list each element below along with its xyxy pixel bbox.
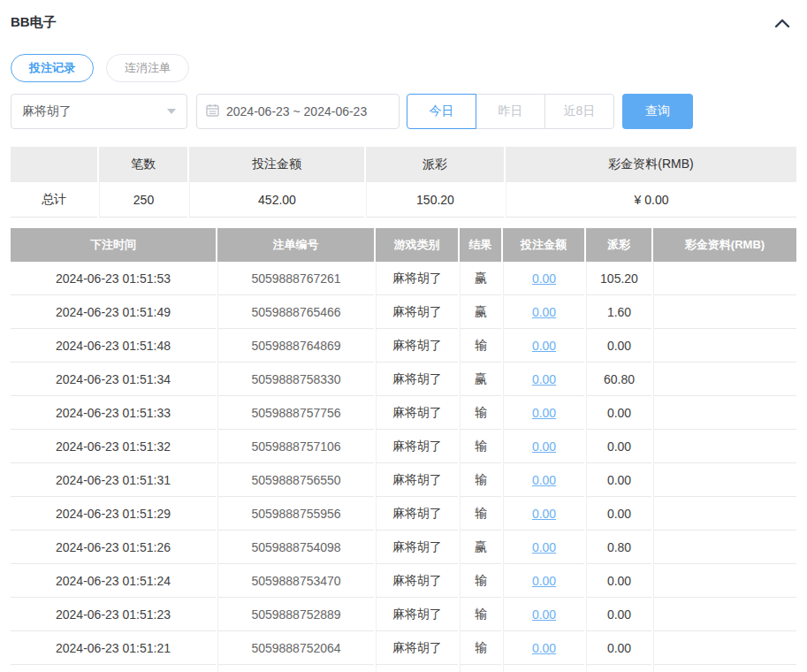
betting-records-panel: BB电子 投注记录 连消注单 麻将胡了 2024-06-23 ~ 2024-06… <box>0 0 807 672</box>
summary-total-bonus: ¥ 0.00 <box>506 182 796 218</box>
bonus-cell <box>653 329 796 363</box>
bet-amount-link[interactable]: 0.00 <box>532 406 556 420</box>
summary-table: 笔数 投注金额 派彩 彩金资料(RMB) 总计 250 452.00 150.2… <box>9 147 798 218</box>
result-cell: 赢 <box>460 531 501 564</box>
record-row: 2024-06-23 01:51:235059888752889麻将胡了输0.0… <box>11 598 796 631</box>
bet-amount-link[interactable]: 0.00 <box>532 305 556 319</box>
result-cell: 输 <box>460 329 501 363</box>
payout-cell: 0.00 <box>586 497 651 531</box>
bet-amount-cell: 0.00 <box>503 295 584 329</box>
game-type-cell: 麻将胡了 <box>376 295 458 329</box>
game-select-value: 麻将胡了 <box>22 103 72 119</box>
bet-amount-link[interactable]: 0.00 <box>532 540 556 554</box>
panel-header: BB电子 <box>9 11 798 31</box>
bet-amount-cell: 0.00 <box>503 497 584 531</box>
filter-row: 麻将胡了 2024-06-23 ~ 2024-06-23 今日 昨日 近8日 查… <box>9 94 798 129</box>
game-type-cell: 麻将胡了 <box>376 598 458 631</box>
bonus-cell <box>653 463 796 497</box>
quick-range-last8days[interactable]: 近8日 <box>544 94 614 129</box>
bet-amount-link[interactable]: 0.00 <box>532 372 556 386</box>
bet-amount-cell: 0.00 <box>503 262 584 295</box>
order-number-cell: 5059888757756 <box>217 396 374 430</box>
quick-range-yesterday[interactable]: 昨日 <box>476 94 545 129</box>
payout-cell: 60.80 <box>586 363 651 396</box>
summary-header-bet-amount: 投注金额 <box>189 147 364 182</box>
result-cell: 输 <box>460 396 501 430</box>
record-row: 2024-06-23 01:51:265059888754098麻将胡了赢0.0… <box>11 531 796 564</box>
bet-amount-cell: 0.00 <box>503 564 584 598</box>
chevron-up-icon <box>773 17 791 32</box>
game-select[interactable]: 麻将胡了 <box>11 94 187 129</box>
payout-cell: 0.00 <box>586 329 651 363</box>
summary-total-label: 总计 <box>11 182 97 218</box>
panel-title: BB电子 <box>11 14 57 31</box>
payout-cell: 0.00 <box>586 430 651 463</box>
records-table: 下注时间 注单编号 游戏类别 结果 投注金额 派彩 彩金资料(RMB) 2024… <box>9 228 798 672</box>
bet-time-cell: 2024-06-23 01:51:49 <box>11 295 216 329</box>
order-number-cell: 5059888757106 <box>217 430 374 463</box>
game-type-cell: 麻将胡了 <box>376 430 458 463</box>
bet-amount-link[interactable]: 0.00 <box>532 473 556 487</box>
bet-amount-link[interactable]: 0.00 <box>532 339 556 353</box>
tab-cancelled-orders[interactable]: 连消注单 <box>106 54 189 82</box>
game-type-cell: 麻将胡了 <box>376 463 458 497</box>
summary-header-payout: 派彩 <box>366 147 504 182</box>
collapse-panel-button[interactable] <box>773 17 791 29</box>
payout-cell: 0.00 <box>586 631 651 665</box>
tab-betting-records[interactable]: 投注记录 <box>11 54 94 82</box>
record-row: 2024-06-23 01:51:245059888753470麻将胡了输0.0… <box>11 564 796 598</box>
bonus-cell <box>653 363 796 396</box>
summary-total-row: 总计 250 452.00 150.20 ¥ 0.00 <box>11 182 796 218</box>
bet-amount-cell: 0.00 <box>503 598 584 631</box>
payout-cell: 1.60 <box>586 295 651 329</box>
result-cell: 赢 <box>460 295 501 329</box>
game-type-cell: 麻将胡了 <box>376 497 458 531</box>
record-row: 2024-06-23 01:51:315059888756550麻将胡了输0.0… <box>11 463 796 497</box>
bet-amount-link[interactable]: 0.00 <box>532 607 556 622</box>
quick-range-group: 今日 昨日 近8日 <box>407 94 614 129</box>
records-header-result: 结果 <box>460 228 501 262</box>
summary-header-row: 笔数 投注金额 派彩 彩金资料(RMB) <box>11 147 796 182</box>
summary-header-blank <box>11 147 97 182</box>
bonus-cell <box>653 430 796 463</box>
search-button[interactable]: 查询 <box>622 94 693 129</box>
result-cell: 赢 <box>460 262 501 295</box>
record-row: 2024-06-23 01:51:215059888752064麻将胡了输0.0… <box>11 631 796 665</box>
payout-cell: 0.00 <box>586 564 651 598</box>
bet-time-cell: 2024-06-23 01:51:53 <box>11 262 216 295</box>
record-row: 2024-06-23 01:51:485059888764869麻将胡了输0.0… <box>11 329 796 363</box>
records-header-time: 下注时间 <box>11 228 216 262</box>
result-cell: 赢 <box>460 363 501 396</box>
order-number-cell: 5059888753470 <box>217 564 374 598</box>
bet-amount-link[interactable]: 0.00 <box>532 574 556 588</box>
date-range-input[interactable]: 2024-06-23 ~ 2024-06-23 <box>196 94 400 129</box>
order-number-cell: 5059888752064 <box>217 631 374 665</box>
bet-amount-cell: 0.00 <box>503 363 584 396</box>
bonus-cell <box>653 631 796 665</box>
payout-cell: 0.00 <box>586 463 651 497</box>
bonus-cell <box>653 564 796 598</box>
order-number-cell: 5059888767261 <box>217 262 374 295</box>
bet-amount-link[interactable]: 0.00 <box>532 271 556 286</box>
summary-header-count: 笔数 <box>99 147 187 182</box>
order-number-cell: 5059888756550 <box>217 463 374 497</box>
result-cell: 输 <box>460 564 501 598</box>
payout-cell: 0.00 <box>586 598 651 631</box>
summary-total-payout: 150.20 <box>366 182 504 218</box>
bet-amount-link[interactable]: 0.00 <box>532 641 556 655</box>
game-type-cell: 麻将胡了 <box>376 564 458 598</box>
result-cell: 输 <box>460 598 501 631</box>
order-number-cell: 5059888758330 <box>217 363 374 396</box>
result-cell: 输 <box>460 430 501 463</box>
bet-amount-cell: 0.00 <box>503 463 584 497</box>
quick-range-today[interactable]: 今日 <box>407 94 476 129</box>
game-type-cell: 麻将胡了 <box>376 329 458 363</box>
bet-time-cell: 2024-06-23 01:51:34 <box>11 363 216 396</box>
bonus-cell <box>653 531 796 564</box>
records-header-bet-amount: 投注金额 <box>503 228 584 262</box>
result-cell: 输 <box>460 463 501 497</box>
bet-amount-link[interactable]: 0.00 <box>532 439 556 454</box>
payout-cell: 0.80 <box>586 531 651 564</box>
bet-amount-link[interactable]: 0.00 <box>532 507 556 521</box>
game-type-cell: 麻将胡了 <box>376 531 458 564</box>
